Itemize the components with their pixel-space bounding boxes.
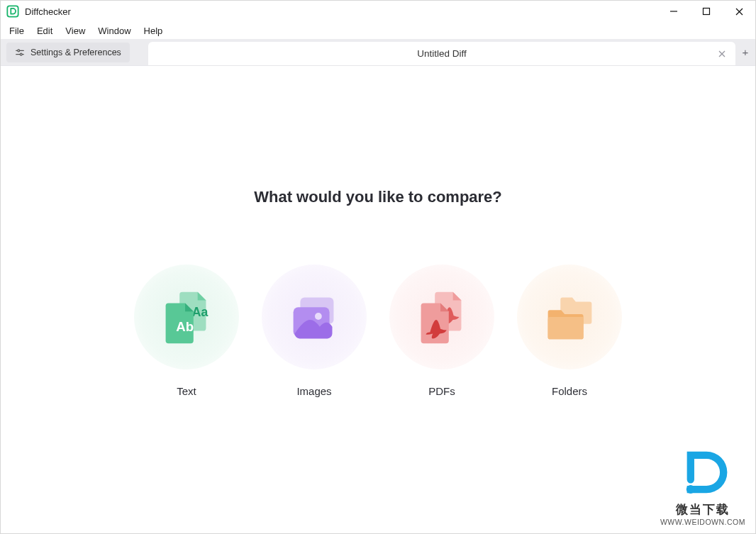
pdf-diff-icon: [407, 282, 477, 352]
text-diff-icon: Aa Ab: [152, 282, 221, 352]
option-text[interactable]: Aa Ab Text: [133, 265, 240, 397]
option-text-label: Text: [177, 385, 196, 397]
tab-untitled[interactable]: Untitled Diff: [148, 42, 735, 65]
main-content: What would you like to compare? Aa Ab: [1, 66, 755, 533]
maximize-button[interactable]: [690, 1, 723, 22]
app-logo-icon: [6, 5, 19, 18]
option-images-circle: [262, 265, 367, 369]
option-folders-label: Folders: [552, 385, 587, 397]
menu-edit[interactable]: Edit: [31, 23, 58, 38]
sliders-icon: [15, 48, 25, 57]
close-button[interactable]: [723, 1, 755, 22]
svg-text:Aa: Aa: [192, 305, 209, 319]
window-title: Diffchecker: [25, 6, 71, 17]
title-bar: Diffchecker: [1, 1, 755, 22]
minimize-button[interactable]: [657, 1, 690, 22]
svg-text:Ab: Ab: [176, 319, 194, 334]
option-pdfs[interactable]: PDFs: [389, 265, 495, 397]
watermark-text-cn: 微当下载: [676, 501, 730, 518]
app-window: Diffchecker File Edit View Window Help: [0, 0, 756, 534]
svg-point-8: [20, 53, 22, 55]
menu-window[interactable]: Window: [92, 23, 136, 38]
tab-strip: Settings & Preferences Untitled Diff +: [1, 39, 755, 66]
image-diff-icon: [279, 282, 349, 352]
settings-label: Settings & Preferences: [30, 48, 121, 57]
menu-file[interactable]: File: [4, 23, 30, 38]
watermark: 微当下载 WWW.WEIDOWN.COM: [660, 442, 745, 526]
settings-button[interactable]: Settings & Preferences: [6, 43, 130, 62]
svg-point-16: [686, 485, 695, 494]
menu-help[interactable]: Help: [138, 23, 169, 38]
svg-rect-0: [7, 6, 18, 16]
watermark-text-url: WWW.WEIDOWN.COM: [660, 518, 745, 526]
folder-diff-icon: [535, 282, 604, 352]
tab-close-button[interactable]: [716, 48, 728, 60]
headline: What would you like to compare?: [254, 188, 502, 206]
svg-point-15: [315, 313, 322, 320]
menu-bar: File Edit View Window Help: [1, 22, 755, 39]
tab-title: Untitled Diff: [417, 48, 467, 59]
svg-rect-2: [704, 9, 710, 15]
watermark-logo-icon: [672, 442, 733, 503]
option-images[interactable]: Images: [261, 265, 367, 397]
option-text-circle: Aa Ab: [134, 265, 239, 369]
option-folders-circle: [517, 265, 622, 369]
option-pdfs-circle: [389, 265, 494, 369]
new-tab-button[interactable]: +: [735, 39, 755, 65]
compare-options: Aa Ab Text: [133, 265, 623, 397]
option-folders[interactable]: Folders: [516, 265, 623, 397]
option-pdfs-label: PDFs: [428, 385, 455, 397]
svg-point-6: [18, 50, 20, 52]
menu-view[interactable]: View: [60, 23, 91, 38]
option-images-label: Images: [296, 385, 331, 397]
